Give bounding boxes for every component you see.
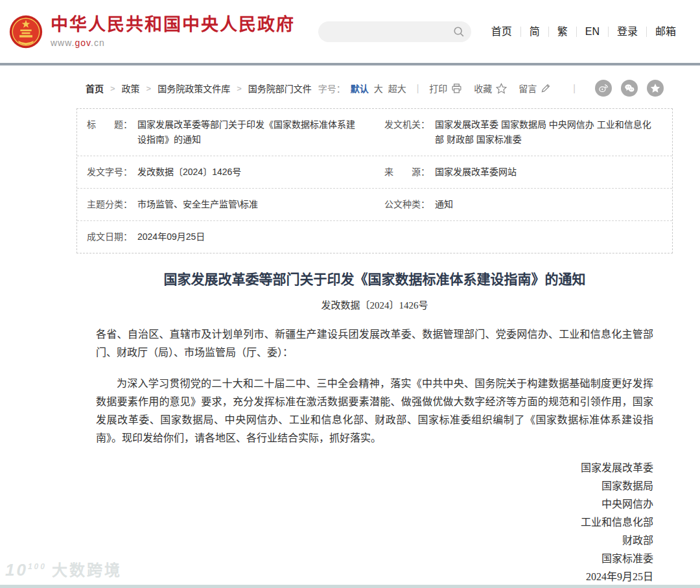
pencil-icon [541, 83, 551, 93]
nav-home[interactable]: 首页 [483, 27, 521, 37]
site-brand[interactable]: 中华人民共和国中央人民政府 www.gov.cn [51, 15, 295, 48]
nav-login[interactable]: 登录 [609, 27, 647, 37]
url-cn: .cn [91, 38, 105, 48]
signature-line: 财政部 [96, 532, 653, 550]
signature-date: 2024年9月25日 [96, 568, 653, 586]
search-box[interactable] [318, 21, 471, 42]
site-url: www.gov.cn [51, 38, 295, 48]
breadcrumb-separator-icon: > [146, 84, 152, 93]
nav-mailbox[interactable]: 邮箱 [647, 27, 684, 37]
signature-line: 国家标准委 [96, 550, 653, 568]
comment-label: 留言 [519, 82, 537, 95]
watermark: 10100 大数跨境 [5, 558, 122, 580]
favorite-label: 收藏 [474, 82, 492, 95]
signature-line: 中央网信办 [96, 495, 653, 513]
page-tools: 字号： 默认 大 超大 | 打印 收藏 留言 [318, 80, 664, 97]
top-nav: 首页 简 繁 EN 登录 邮箱 [483, 27, 684, 37]
weibo-share-icon[interactable] [595, 80, 612, 97]
watermark-logo-sup: 100 [28, 562, 47, 571]
meta-date-label: 成文日期： [87, 229, 137, 244]
breadcrumb-department-documents[interactable]: 国务院部门文件 [248, 82, 312, 95]
nav-traditional-chinese[interactable]: 繁 [549, 27, 577, 37]
fontsize-label: 字号： [318, 82, 345, 95]
breadcrumb-toolbar: 首页 > 政策 > 国务院政策文件库 > 国务院部门文件 字号： 默认 大 超大… [76, 65, 673, 106]
signature-line: 国家数据局 [96, 477, 653, 495]
table-row: 发文字号： 发改数据〔2024〕1426号 来 源： 国家发展改革委网站 [77, 156, 672, 188]
article-paragraph: 各省、自治区、直辖市及计划单列市、新疆生产建设兵团发展改革委、数据管理部门、党委… [96, 325, 653, 362]
comment-button[interactable]: 留言 [519, 82, 551, 95]
table-row: 标 题： 国家发展改革委等部门关于印发《国家数据标准体系建设指南》的通知 发文机… [77, 109, 672, 156]
article-paragraph: 为深入学习贯彻党的二十大和二十届二中、三中全会精神，落实《中共中央、国务院关于构… [96, 375, 653, 447]
fontsize-xlarge[interactable]: 超大 [388, 82, 406, 95]
meta-topic-category-label: 主题分类： [87, 197, 137, 212]
national-emblem-icon [9, 15, 43, 49]
wechat-share-icon[interactable] [621, 80, 638, 97]
meta-doc-type-cell: 公文种类： 通知 [375, 189, 672, 220]
nav-simplified-chinese[interactable]: 简 [521, 27, 549, 37]
favorite-button[interactable]: 收藏 [474, 82, 507, 95]
site-header: 中华人民共和国中央人民政府 www.gov.cn 首页 简 繁 EN 登录 邮箱 [0, 0, 700, 63]
footer-bar [0, 585, 700, 588]
article-body: 国家发展改革委等部门关于印发《国家数据标准体系建设指南》的通知 发改数据〔202… [76, 270, 673, 588]
article-doc-number: 发改数据〔2024〕1426号 [96, 298, 653, 311]
print-label: 打印 [429, 82, 447, 95]
meta-issuing-agency-value: 国家发展改革委 国家数据局 中央网信办 工业和信息化部 财政部 国家标准委 [435, 117, 659, 147]
search-input[interactable] [329, 21, 453, 42]
toolbar-divider: | [573, 83, 576, 93]
toolbar-divider: | [417, 83, 419, 93]
meta-topic-category-cell: 主题分类： 市场监管、安全生产监管\标准 [77, 189, 375, 220]
fontsize-large[interactable]: 大 [374, 82, 383, 95]
meta-date-cell: 成文日期： 2024年09月25日 [77, 221, 672, 253]
meta-doc-number-value: 发改数据〔2024〕1426号 [137, 165, 241, 180]
table-row: 主题分类： 市场监管、安全生产监管\标准 公文种类： 通知 [77, 188, 672, 220]
article-title: 国家发展改革委等部门关于印发《国家数据标准体系建设指南》的通知 [96, 270, 653, 288]
meta-date-value: 2024年09月25日 [137, 229, 205, 244]
meta-source-value: 国家发展改革委网站 [435, 165, 517, 180]
watermark-text: 大数跨境 [52, 558, 122, 580]
nav-english[interactable]: EN [577, 27, 609, 37]
meta-doc-type-label: 公文种类： [384, 197, 435, 212]
meta-doc-number-cell: 发文字号： 发改数据〔2024〕1426号 [77, 156, 375, 188]
meta-source-cell: 来 源： 国家发展改革委网站 [375, 156, 672, 188]
meta-doc-number-label: 发文字号： [87, 165, 137, 180]
printer-icon [451, 83, 462, 94]
print-button[interactable]: 打印 [429, 82, 462, 95]
meta-issuing-agency-cell: 发文机关： 国家发展改革委 国家数据局 中央网信办 工业和信息化部 财政部 国家… [375, 109, 672, 156]
share-icons [586, 80, 664, 97]
breadcrumb-separator-icon: > [110, 84, 115, 93]
document-meta-table: 标 题： 国家发展改革委等部门关于印发《国家数据标准体系建设指南》的通知 发文机… [76, 108, 673, 253]
url-www: www. [51, 38, 75, 48]
watermark-logo-base: 10 [5, 560, 28, 580]
fontsize-default[interactable]: 默认 [351, 82, 369, 95]
meta-topic-category-value: 市场监管、安全生产监管\标准 [137, 197, 258, 212]
url-gov: gov [75, 38, 91, 48]
watermark-logo: 10100 [5, 560, 47, 580]
qzone-share-icon[interactable] [647, 80, 664, 97]
meta-title-label: 标 题： [87, 117, 137, 147]
breadcrumb-policy-library[interactable]: 国务院政策文件库 [158, 82, 230, 95]
signature-line: 工业和信息化部 [96, 513, 653, 532]
meta-title-cell: 标 题： 国家发展改革委等部门关于印发《国家数据标准体系建设指南》的通知 [77, 109, 375, 156]
search-icon[interactable] [453, 26, 465, 38]
meta-title-value: 国家发展改革委等部门关于印发《国家数据标准体系建设指南》的通知 [137, 117, 362, 147]
meta-source-label: 来 源： [384, 165, 435, 180]
breadcrumb: 首页 > 政策 > 国务院政策文件库 > 国务院部门文件 [86, 82, 312, 95]
signature-line: 国家发展改革委 [96, 459, 653, 477]
breadcrumb-policy[interactable]: 政策 [122, 82, 140, 95]
site-title: 中华人民共和国中央人民政府 [51, 15, 295, 34]
breadcrumb-separator-icon: > [237, 84, 242, 93]
table-row: 成文日期： 2024年09月25日 [77, 220, 672, 253]
meta-doc-type-value: 通知 [435, 197, 453, 212]
meta-issuing-agency-label: 发文机关： [384, 117, 435, 147]
star-outline-icon [496, 83, 507, 94]
breadcrumb-home[interactable]: 首页 [86, 82, 104, 95]
signature-block: 国家发展改革委 国家数据局 中央网信办 工业和信息化部 财政部 国家标准委 20… [96, 459, 653, 586]
